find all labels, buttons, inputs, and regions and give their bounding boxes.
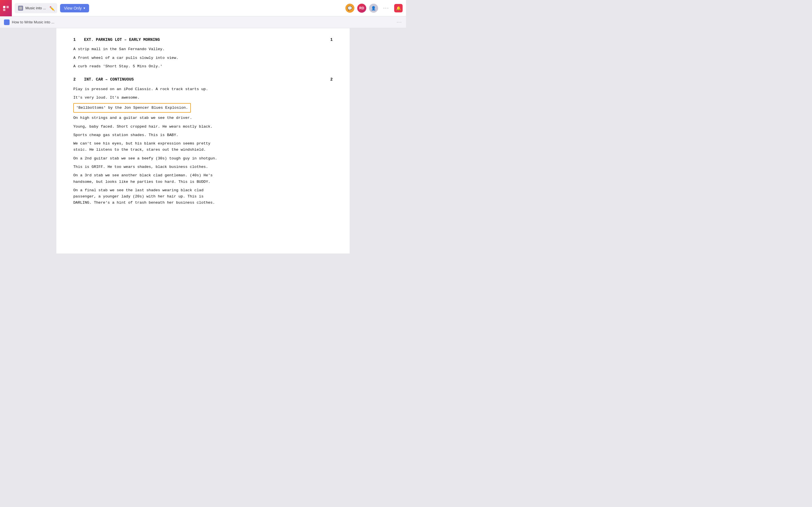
scene-2-heading: INT. CAR – CONTINUOUS: [82, 76, 324, 82]
scene-1-line-2: A front wheel of a car pulls slowly into…: [73, 55, 333, 61]
right-margin: [350, 28, 406, 253]
breadcrumb-more[interactable]: ···: [397, 20, 402, 25]
scene-1-heading-row: 1 EXT. PARKING LOT – EARLY MORNING 1: [73, 37, 333, 43]
scene-1-number-left: 1: [73, 37, 82, 43]
doc-tab[interactable]: Music into ... ✏️: [15, 3, 57, 13]
scene-1-number-right: 1: [324, 37, 333, 43]
scene-2: 2 INT. CAR – CONTINUOUS 2 Play is presse…: [73, 76, 333, 206]
highlighted-music-line: 'Bellbottoms' by the Jon Spencer Blues E…: [73, 103, 191, 113]
scene-2-line-6: Sports cheap gas station shades. This is…: [73, 132, 333, 138]
edit-icon[interactable]: ✏️: [49, 6, 54, 10]
svg-rect-0: [3, 6, 5, 8]
notification-bell[interactable]: 🔔: [394, 4, 403, 12]
scene-1-line-3: A curb reads 'Short Stay. 5 Mins Only.': [73, 63, 333, 69]
scene-2-line-5: Young, baby faced. Short cropped hair. H…: [73, 124, 333, 130]
highlighted-line-container: 'Bellbottoms' by the Jon Spencer Blues E…: [73, 103, 333, 115]
scene-2-number-right: 2: [324, 76, 333, 82]
scene-2-line-10: On a 3rd stab we see another black clad …: [73, 172, 333, 185]
view-only-button[interactable]: View Only: [60, 4, 89, 12]
svg-rect-1: [6, 6, 9, 8]
scene-2-line-9: This is GRIFF. He too wears shades, blac…: [73, 164, 333, 170]
scene-2-line-7: We can't see his eyes, but his blank exp…: [73, 140, 333, 153]
more-options[interactable]: ···: [381, 4, 391, 12]
scene-2-line-2: It's very loud. It's awesome.: [73, 95, 333, 101]
svg-rect-2: [3, 9, 5, 11]
scene-2-heading-row: 2 INT. CAR – CONTINUOUS 2: [73, 76, 333, 82]
scene-2-number-left: 2: [73, 76, 82, 82]
user-avatar[interactable]: RD: [357, 4, 366, 13]
doc-tab-title: Music into ...: [26, 6, 46, 10]
document-page: 1 EXT. PARKING LOT – EARLY MORNING 1 A s…: [56, 28, 350, 253]
logo-icon: [3, 5, 9, 11]
scene-2-line-8: On a 2nd guitar stab we see a beefy (30s…: [73, 156, 333, 162]
topbar: Music into ... ✏️ View Only 💬 RD 👤 ··· 🔔: [0, 0, 406, 16]
scene-2-line-11: On a final stab we see the last shades w…: [73, 187, 333, 206]
breadcrumb-bar: How to Write Music into ... ···: [0, 16, 406, 28]
scene-1-line-1: A strip mall in the San Fernando Valley.: [73, 46, 333, 52]
scene-2-line-1: Play is pressed on an iPod Classic. A ro…: [73, 86, 333, 93]
add-user-avatar[interactable]: 👤: [369, 4, 378, 13]
scene-2-line-4: On high strings and a guitar stab we see…: [73, 115, 333, 121]
doc-tab-icon: [18, 6, 23, 11]
scene-1: 1 EXT. PARKING LOT – EARLY MORNING 1 A s…: [73, 37, 333, 69]
left-margin: [0, 28, 56, 253]
scene-1-heading: EXT. PARKING LOT – EARLY MORNING: [82, 37, 324, 43]
comment-avatar[interactable]: 💬: [345, 4, 354, 13]
breadcrumb-doc-icon: [4, 19, 10, 25]
app-logo: [0, 0, 12, 16]
main-layout: 1 EXT. PARKING LOT – EARLY MORNING 1 A s…: [0, 28, 406, 253]
topbar-actions: 💬 RD 👤 ··· 🔔: [345, 4, 403, 13]
breadcrumb-text[interactable]: How to Write Music into ...: [12, 20, 54, 24]
